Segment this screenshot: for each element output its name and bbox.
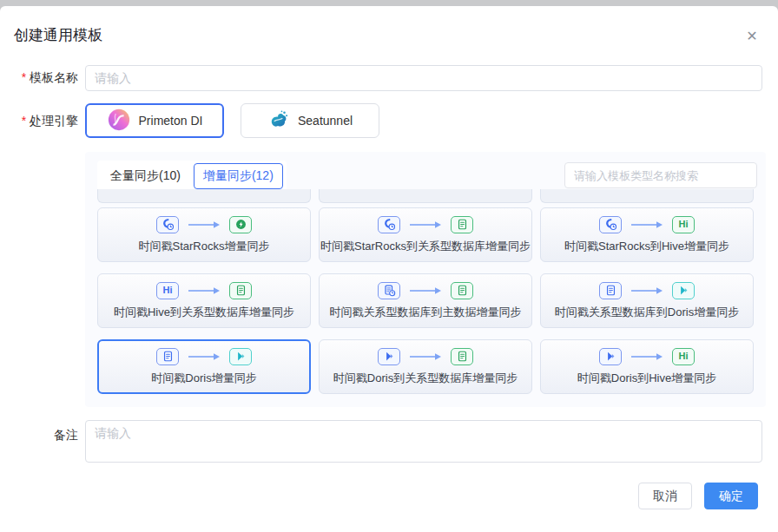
- doris-icon: [229, 348, 252, 365]
- engine-option-primeton-di[interactable]: Primeton DI: [85, 103, 224, 138]
- card-icons: [378, 282, 473, 299]
- template-name-input[interactable]: [85, 65, 762, 91]
- arrow-right-icon: [188, 352, 221, 361]
- sync-tabs: 全量同步(10) 增量同步(12): [97, 161, 287, 192]
- arrow-right-icon: [188, 286, 221, 295]
- template-name-label: 模板名称: [12, 70, 78, 86]
- template-card[interactable]: Hi 时间戳Doris到Hive增量同步: [540, 339, 754, 394]
- engine-option-label: Primeton DI: [139, 114, 203, 128]
- timestamp-starrocks-icon: [599, 216, 622, 233]
- card-icons: Hi: [156, 282, 252, 299]
- template-card-label: 时间戳Doris到关系型数据库增量同步: [333, 371, 518, 386]
- relational-db-icon: [229, 282, 252, 299]
- template-card[interactable]: 时间戳StarRocks增量同步: [97, 207, 311, 262]
- hive-icon: Hi: [156, 282, 179, 299]
- card-icons: [156, 216, 252, 233]
- partial-card[interactable]: [319, 189, 532, 203]
- template-card-label: 时间戳Doris到Hive增量同步: [577, 371, 716, 386]
- arrow-right-icon: [409, 286, 442, 295]
- cancel-button[interactable]: 取消: [638, 483, 692, 509]
- template-card[interactable]: 时间戳关系型数据库到Doris增量同步: [540, 273, 754, 328]
- relational-db-icon: [599, 282, 622, 299]
- template-card-selected[interactable]: 时间戳Doris增量同步: [97, 339, 311, 394]
- arrow-right-icon: [188, 220, 221, 229]
- card-icons: [378, 216, 473, 233]
- template-card[interactable]: Hi 时间戳Hive到关系型数据库增量同步: [97, 273, 311, 328]
- arrow-right-icon: [630, 352, 663, 361]
- template-card-label: 时间戳StarRocks增量同步: [139, 239, 270, 254]
- card-icons: [156, 348, 252, 365]
- template-card[interactable]: 时间戳Doris到关系型数据库增量同步: [319, 339, 532, 394]
- primeton-logo-icon: [107, 108, 131, 135]
- template-card-label: 时间戳StarRocks到Hive增量同步: [564, 239, 729, 254]
- timestamp-relational-db-icon: [378, 282, 400, 299]
- doris-icon: [599, 348, 622, 365]
- template-picker-panel: 全量同步(10) 增量同步(12) 时间戳StarRocks增量同步: [85, 152, 766, 407]
- relational-db-icon: [451, 282, 473, 299]
- create-template-dialog: 创建通用模板 ✕ 模板名称 处理引擎: [0, 6, 778, 532]
- scrolled-card-row: [97, 189, 754, 203]
- relational-db-icon: [451, 216, 473, 233]
- dialog-footer: 取消 确定: [638, 483, 758, 509]
- card-icons: Hi: [599, 216, 695, 233]
- confirm-button[interactable]: 确定: [704, 483, 758, 509]
- relational-db-icon: [451, 348, 473, 365]
- template-card-grid: 时间戳StarRocks增量同步 时间戳StarRocks到关系型数据库增量同步…: [97, 207, 754, 394]
- tab-full-sync[interactable]: 全量同步(10): [101, 163, 190, 189]
- card-icons: [378, 348, 473, 365]
- engine-options: Primeton DI Seatunn: [85, 103, 379, 138]
- arrow-right-icon: [630, 220, 663, 229]
- template-card[interactable]: 时间戳关系型数据库到主数据增量同步: [319, 273, 532, 328]
- card-icons: Hi: [599, 348, 695, 365]
- remark-label: 备注: [12, 428, 78, 443]
- partial-card[interactable]: [540, 189, 754, 203]
- engine-label: 处理引擎: [12, 114, 78, 129]
- engine-option-seatunnel[interactable]: Seatunnel: [241, 103, 379, 138]
- template-card[interactable]: 时间戳StarRocks到关系型数据库增量同步: [319, 207, 532, 262]
- tab-incremental-sync[interactable]: 增量同步(12): [194, 163, 283, 189]
- partial-card[interactable]: [97, 189, 311, 203]
- doris-icon: [378, 348, 400, 365]
- card-icons: [599, 282, 695, 299]
- template-card-label: 时间戳Hive到关系型数据库增量同步: [114, 305, 294, 320]
- timestamp-starrocks-icon: [156, 216, 179, 233]
- template-search-input[interactable]: [564, 162, 757, 188]
- dialog-title: 创建通用模板: [14, 25, 102, 45]
- starrocks-icon: [229, 216, 252, 233]
- doris-icon: [672, 282, 695, 299]
- template-card-label: 时间戳关系型数据库到Doris增量同步: [555, 305, 739, 320]
- relational-db-icon: [156, 348, 179, 365]
- seatunnel-logo-icon: [267, 108, 290, 134]
- arrow-right-icon: [409, 352, 442, 361]
- close-icon[interactable]: ✕: [742, 25, 762, 46]
- arrow-right-icon: [630, 286, 663, 295]
- hive-icon: Hi: [672, 348, 695, 365]
- remark-textarea[interactable]: [85, 420, 762, 463]
- template-card-label: 时间戳Doris增量同步: [151, 371, 256, 386]
- engine-option-label: Seatunnel: [298, 114, 353, 128]
- template-card-label: 时间戳关系型数据库到主数据增量同步: [330, 305, 522, 320]
- template-card[interactable]: Hi 时间戳StarRocks到Hive增量同步: [540, 207, 754, 262]
- arrow-right-icon: [409, 220, 442, 229]
- timestamp-starrocks-icon: [378, 216, 400, 233]
- hive-icon: Hi: [672, 216, 695, 233]
- template-card-label: 时间戳StarRocks到关系型数据库增量同步: [320, 239, 531, 254]
